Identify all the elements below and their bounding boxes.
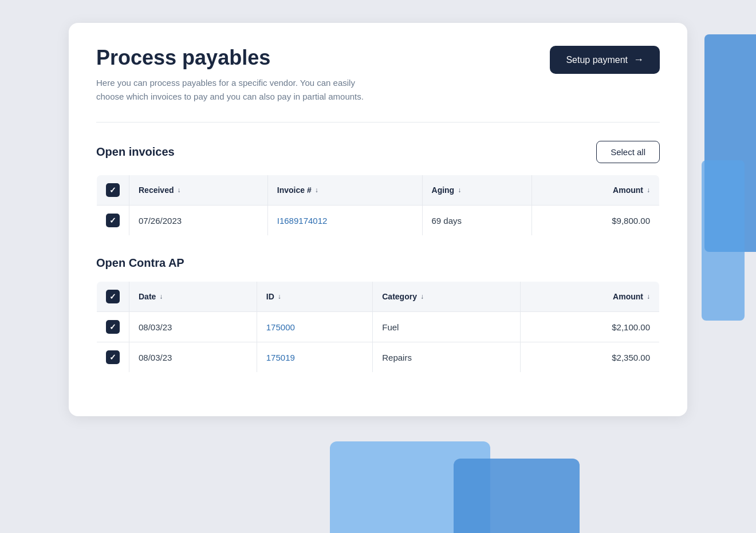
open-contra-ap-title: Open Contra AP <box>96 256 184 270</box>
setup-payment-button[interactable]: Setup payment → <box>550 46 660 74</box>
th-date-label: Date <box>139 292 156 301</box>
contra-id-link-0[interactable]: 175000 <box>266 322 295 332</box>
th-invoice-label: Invoice # <box>277 185 312 195</box>
bg-decoration-4 <box>454 459 580 533</box>
th-amount-sort-invoices: ↓ <box>647 186 650 194</box>
header-checkbox-invoices[interactable] <box>106 183 120 197</box>
open-invoices-section: Open invoices Select all Received ↓ <box>96 141 660 236</box>
contra-check-cell-1 <box>97 342 129 373</box>
invoice-row: 07/26/2023 I1689174012 69 days $9,800.00 <box>97 206 660 236</box>
invoice-link-0[interactable]: I1689174012 <box>277 216 328 226</box>
contra-checkbox-0[interactable] <box>106 320 120 334</box>
th-amount-invoices[interactable]: Amount ↓ <box>531 175 659 206</box>
contra-row: 08/03/23 175000 Fuel $2,100.00 <box>97 312 660 342</box>
contra-category-0: Fuel <box>373 312 521 342</box>
contra-check-cell-0 <box>97 312 129 342</box>
main-card: Process payables Here you can process pa… <box>69 23 687 416</box>
th-received[interactable]: Received ↓ <box>129 175 268 206</box>
setup-payment-arrow: → <box>633 54 644 66</box>
open-invoices-header: Open invoices Select all <box>96 141 660 163</box>
th-invoice-sort: ↓ <box>315 186 318 194</box>
invoice-checkbox-0[interactable] <box>106 214 120 227</box>
select-all-button[interactable]: Select all <box>596 141 660 163</box>
contra-category-1: Repairs <box>373 342 521 373</box>
th-category[interactable]: Category ↓ <box>373 282 521 312</box>
th-date[interactable]: Date ↓ <box>129 282 257 312</box>
contra-id-cell-1: 175019 <box>257 342 372 373</box>
contra-date-0: 08/03/23 <box>129 312 257 342</box>
contra-checkbox-1[interactable] <box>106 350 120 364</box>
open-contra-ap-table: Date ↓ ID ↓ Category <box>96 281 660 373</box>
th-amount-sort-contra: ↓ <box>647 293 650 301</box>
bg-decoration-2 <box>702 160 745 321</box>
th-received-sort: ↓ <box>177 186 180 194</box>
contra-row: 08/03/23 175019 Repairs $2,350.00 <box>97 342 660 373</box>
page-title: Process payables <box>96 46 371 69</box>
th-aging-label: Aging <box>432 185 455 195</box>
th-received-label: Received <box>139 185 174 195</box>
invoice-check-cell-0 <box>97 206 129 236</box>
th-category-sort: ↓ <box>420 293 424 301</box>
open-invoices-table: Received ↓ Invoice # ↓ A <box>96 175 660 236</box>
invoice-aging-0: 69 days <box>422 206 531 236</box>
th-category-label: Category <box>382 292 417 301</box>
invoice-received-0: 07/26/2023 <box>129 206 268 236</box>
setup-payment-label: Setup payment <box>566 55 628 65</box>
th-id-sort: ↓ <box>278 293 281 301</box>
open-contra-ap-header: Open Contra AP <box>96 256 660 270</box>
page-description: Here you can process payables for a spec… <box>96 76 371 104</box>
open-invoices-header-row: Received ↓ Invoice # ↓ A <box>97 175 660 206</box>
header-checkbox-contra[interactable] <box>106 290 120 303</box>
th-amount-label-contra: Amount <box>613 292 643 301</box>
th-check-contra <box>97 282 129 312</box>
th-id-label: ID <box>266 292 274 301</box>
th-aging[interactable]: Aging ↓ <box>422 175 531 206</box>
contra-amount-1: $2,350.00 <box>520 342 659 373</box>
header-section: Process payables Here you can process pa… <box>96 46 660 104</box>
header-left: Process payables Here you can process pa… <box>96 46 371 104</box>
th-id[interactable]: ID ↓ <box>257 282 372 312</box>
open-invoices-title: Open invoices <box>96 145 175 159</box>
th-check-invoices <box>97 175 129 206</box>
contra-amount-0: $2,100.00 <box>520 312 659 342</box>
th-amount-contra[interactable]: Amount ↓ <box>520 282 659 312</box>
contra-date-1: 08/03/23 <box>129 342 257 373</box>
open-contra-ap-section: Open Contra AP Date ↓ <box>96 256 660 373</box>
th-invoice-num[interactable]: Invoice # ↓ <box>267 175 422 206</box>
th-amount-label-invoices: Amount <box>613 185 643 195</box>
invoice-num-cell-0: I1689174012 <box>267 206 422 236</box>
contra-id-link-1[interactable]: 175019 <box>266 353 295 362</box>
contra-id-cell-0: 175000 <box>257 312 372 342</box>
contra-ap-header-row: Date ↓ ID ↓ Category <box>97 282 660 312</box>
th-date-sort: ↓ <box>159 293 163 301</box>
invoice-amount-0: $9,800.00 <box>531 206 659 236</box>
th-aging-sort: ↓ <box>458 186 461 194</box>
section-divider <box>96 122 660 123</box>
